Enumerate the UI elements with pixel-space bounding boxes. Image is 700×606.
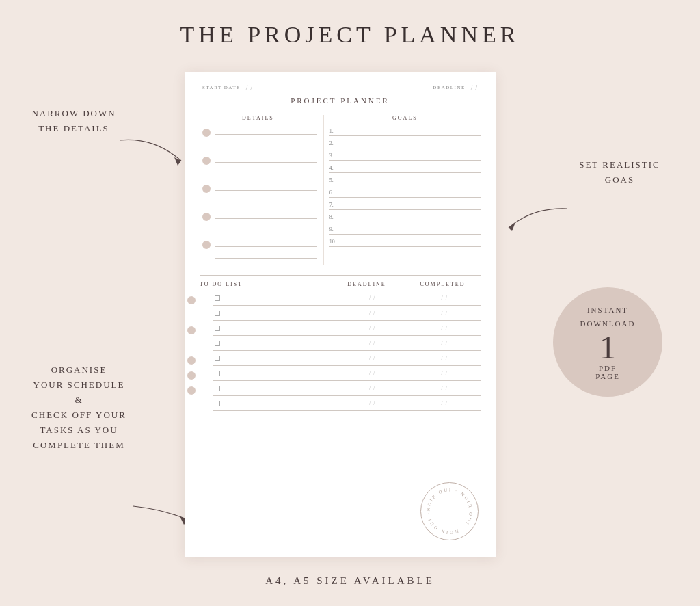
todo-deadline-cell: / / <box>336 340 409 346</box>
checkbox[interactable] <box>215 341 220 346</box>
todo-deadline-cell: / / <box>336 385 409 391</box>
checkbox[interactable] <box>215 326 220 331</box>
table-row: / / / / <box>213 291 481 306</box>
todo-completed-cell: / / <box>408 295 481 301</box>
detail-dot-2 <box>202 157 211 165</box>
todo-deadline-cell: / / <box>336 325 409 331</box>
watermark-circle: NOIR OUI · NOIR OUI · NOIR OUI · NOIR OU… <box>420 482 479 540</box>
list-item: 4. <box>329 162 481 173</box>
todo-dot-4 <box>187 386 196 395</box>
table-row: / / / / <box>213 381 481 396</box>
arrow-narrow-down <box>113 133 195 174</box>
list-item: 5. <box>329 174 481 185</box>
todo-deadline-cell: / / <box>336 295 409 301</box>
list-item: 3. <box>329 150 481 161</box>
planner-document: START DATE / / DEADLINE / / PROJECT PLAN… <box>185 72 496 557</box>
checkbox[interactable] <box>215 371 220 376</box>
list-item: 6. <box>329 187 481 198</box>
doc-columns: DETAILS <box>200 115 481 265</box>
svg-marker-0 <box>174 157 181 166</box>
todo-deadline-cell: / / <box>336 400 409 406</box>
doc-title: PROJECT PLANNER <box>200 96 481 109</box>
list-item: 10. <box>329 236 481 247</box>
todo-task-line <box>224 291 336 305</box>
watermark-svg: NOIR OUI · NOIR OUI · NOIR OUI · NOIR OU… <box>421 482 478 540</box>
checkbox[interactable] <box>215 356 220 361</box>
list-item: 2. <box>329 137 481 148</box>
annotation-organise: ORGANISE YOUR SCHEDULE & CHECK OFF YOUR … <box>19 363 139 453</box>
details-header: DETAILS <box>200 115 317 121</box>
detail-group-2 <box>215 153 317 174</box>
todo-deadline-header: DEADLINE <box>329 281 405 287</box>
detail-line <box>215 165 317 174</box>
goals-list: 1. 2. 3. 4. 5. 6. 7. 8. 9. 10. <box>329 125 481 247</box>
details-column: DETAILS <box>200 115 323 265</box>
todo-dot-1 <box>187 296 196 304</box>
todo-completed-header: COMPLETED <box>405 281 481 287</box>
list-item: 8. <box>329 211 481 222</box>
detail-line <box>215 181 317 191</box>
detail-line <box>215 221 317 230</box>
detail-group-3 <box>215 181 317 202</box>
detail-group-4 <box>215 209 317 230</box>
download-circle: INSTANT DOWNLOAD 1 PDF PAGE <box>553 287 662 397</box>
detail-line <box>215 125 317 135</box>
todo-completed-cell: / / <box>408 340 481 346</box>
page-title: THE PROJECT PLANNER <box>0 0 700 48</box>
download-pdf-label: PDF <box>599 364 617 372</box>
detail-group-1 <box>215 125 317 146</box>
todo-rows: / / / / / / / / / / / / / / / / <box>200 291 481 411</box>
detail-line <box>215 153 317 163</box>
detail-dot-5 <box>202 241 211 249</box>
doc-header-row: START DATE / / DEADLINE / / <box>200 84 481 91</box>
download-page-label: PAGE <box>595 372 620 380</box>
annotation-narrow-text: NARROW DOWN THE DETAILS <box>31 108 116 133</box>
detail-dot-1 <box>202 129 211 137</box>
start-date-label: START DATE <box>202 85 241 90</box>
list-item: 9. <box>329 224 481 235</box>
checkbox[interactable] <box>215 386 220 391</box>
todo-completed-cell: / / <box>408 385 481 391</box>
table-row: / / / / <box>213 336 481 351</box>
todo-completed-cell: / / <box>408 325 481 331</box>
detail-line <box>215 193 317 202</box>
todo-dot-2 <box>187 326 196 334</box>
todo-task-line <box>224 306 336 320</box>
list-item: 7. <box>329 199 481 210</box>
deadline-header-label: DEADLINE <box>433 85 465 90</box>
table-row: / / / / <box>213 366 481 381</box>
checkbox[interactable] <box>215 295 220 301</box>
annotation-set-goals-text: SET REALISTIC GOAS <box>579 159 660 185</box>
detail-dot-3 <box>202 185 211 193</box>
checkbox[interactable] <box>215 311 220 316</box>
todo-completed-cell: / / <box>408 370 481 376</box>
table-row: / / / / <box>213 306 481 321</box>
deadline-header-value: / / <box>471 84 478 91</box>
todo-completed-cell: / / <box>408 310 481 316</box>
todo-completed-cell: / / <box>408 400 481 406</box>
checkbox[interactable] <box>215 401 220 406</box>
todo-header-row: TO DO LIST DEADLINE COMPLETED <box>200 281 481 287</box>
table-row: / / / / <box>213 351 481 366</box>
annotation-narrow-down: NARROW DOWN THE DETAILS <box>19 106 129 136</box>
todo-dot-3 <box>187 356 196 365</box>
detail-line <box>215 237 317 247</box>
bottom-label: A4, A5 SIZE AVAILABLE <box>0 575 700 587</box>
detail-line <box>215 137 317 146</box>
detail-group-5 <box>215 237 317 259</box>
download-number: 1 <box>600 331 616 364</box>
table-row: / / / / <box>213 396 481 411</box>
list-item: 1. <box>329 125 481 136</box>
arrow-set-goals <box>498 202 574 239</box>
todo-list-header: TO DO LIST <box>200 281 329 287</box>
todo-completed-cell: / / <box>408 355 481 361</box>
annotation-organise-text: ORGANISE YOUR SCHEDULE & CHECK OFF YOUR … <box>31 365 126 450</box>
todo-deadline-cell: / / <box>336 355 409 361</box>
detail-line <box>215 249 317 259</box>
todo-task-line <box>224 396 336 410</box>
todo-task-line <box>224 336 336 350</box>
todo-deadline-cell: / / <box>336 310 409 316</box>
svg-text:NOIR OUI · NOIR OUI · NOIR OUI: NOIR OUI · NOIR OUI · NOIR OUI · NOIR OU… <box>421 482 474 536</box>
todo-task-line <box>224 351 336 365</box>
todo-task-line <box>224 366 336 380</box>
